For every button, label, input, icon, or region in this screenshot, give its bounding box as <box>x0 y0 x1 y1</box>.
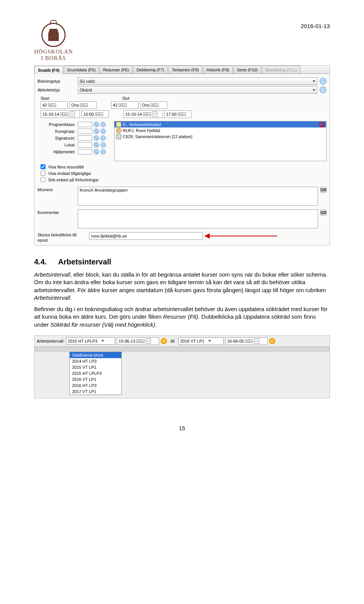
interval-from-dropdown[interactable]: 2015 HT LPLP3 <box>66 337 115 345</box>
option-checkbox-row[interactable]: Visa endast tillgängliga <box>39 170 326 176</box>
start-header: Start <box>41 96 49 101</box>
calendar-icon[interactable]: 12 <box>254 338 259 344</box>
paragraph-1: Arbetsintervall, eller block, kan du stä… <box>34 271 330 302</box>
resource-search-input[interactable] <box>78 135 92 141</box>
section-heading: 4.4. Arbetsintervall <box>34 257 330 267</box>
start-week-spin[interactable]: 42+− <box>41 101 68 109</box>
aktivitetstyp-value: Okänd <box>80 88 92 92</box>
tab-best-llning-f11-: Beställning (F11) <box>262 66 300 74</box>
resource-item[interactable]: C628, Sammanträdesrum [12 platser] <box>115 134 326 140</box>
option-checkbox-label: Sök enbart på förkortningar <box>48 178 99 182</box>
interval-option[interactable]: 2015 VT LP1 <box>70 364 121 370</box>
email-label: Skicka bekräftelse till epost <box>38 232 87 243</box>
slut-date-spin[interactable]: 15-10-14+−12 <box>123 110 163 118</box>
aktivitetstyp-browse-button[interactable]: ⋯ <box>320 87 326 93</box>
resource-search-input[interactable] <box>78 149 92 154</box>
resource-browse-button[interactable]: ⋯ <box>100 149 106 154</box>
resource-browse-button[interactable]: ⋯ <box>100 135 106 141</box>
interval-option[interactable]: 2016 HT LP3 <box>70 382 121 389</box>
interval-option[interactable]: 2015 HT LPLP3 <box>70 370 121 376</box>
slut-dayname-spin[interactable]: Ons+− <box>140 101 167 109</box>
kommentar-label: Kommentar <box>38 209 75 228</box>
paragraph-2: Befinner du dig i en bokningsdialog och … <box>34 305 330 329</box>
tab-grunddata-f5-[interactable]: Grunddata (F5) <box>64 66 99 74</box>
interval-dropdown-list[interactable]: Odefinierat block2014 HT LP32015 VT LP12… <box>69 352 122 395</box>
resource-browse-button[interactable]: ⋯ <box>100 122 106 127</box>
tab-resurser-f6-[interactable]: Resurser (F6) <box>100 66 132 74</box>
resource-list[interactable]: 6-, VerksamhetsstödRUFJ, Rune FjelldalC6… <box>114 121 326 161</box>
tab-tentamen-f8-[interactable]: Tentamen (F8) <box>168 66 202 74</box>
resource-browse-button[interactable]: ⋯ <box>100 142 106 148</box>
resource-search-input[interactable] <box>78 129 92 134</box>
chevron-down-icon <box>312 80 315 82</box>
tab-historik-f9-[interactable]: Historik (F9) <box>203 66 233 74</box>
moment-label: Moment <box>38 187 75 206</box>
option-checkbox-row[interactable]: Visa flera resursfält <box>39 164 326 170</box>
interval-to-dropdown[interactable]: 2016 VT LP1 <box>178 337 224 345</box>
section-number: 4.4. <box>34 257 47 267</box>
resource-search-column: 🔍⋯🔍⋯🔍⋯🔍⋯🔍⋯ <box>78 121 112 161</box>
resource-item[interactable]: RUFJ, Rune Fjelldal <box>115 127 326 134</box>
resource-search-button[interactable]: 🔍 <box>94 129 99 134</box>
option-checkbox-label: Visa endast tillgängliga <box>48 171 91 176</box>
resource-search-button[interactable]: 🔍 <box>94 135 99 141</box>
logo-text-2: I BORÅS <box>41 55 66 61</box>
sun-icon[interactable] <box>269 338 275 344</box>
start-time-spin[interactable]: 10:00+− <box>82 110 109 118</box>
university-logo: HÖGSKOLAN I BORÅS <box>34 23 73 61</box>
interval-option[interactable]: Odefinierat block <box>70 352 121 358</box>
tab-snabb-f4-[interactable]: Snabb (F4) <box>35 66 63 74</box>
option-checkbox[interactable] <box>41 164 46 169</box>
resource-label: Kursgrupp: <box>38 128 75 135</box>
slut-week-spin[interactable]: 42+− <box>111 101 138 109</box>
calendar-icon[interactable]: 12 <box>69 112 75 117</box>
option-checkbox[interactable] <box>41 177 46 182</box>
start-dayname-spin[interactable]: Ons+− <box>69 101 97 109</box>
resource-search-row: 🔍⋯ <box>78 148 112 155</box>
calendar-icon[interactable]: 12 <box>152 112 157 117</box>
user-icon <box>116 128 121 133</box>
option-checkbox-row[interactable]: Sök enbart på förkortningar <box>39 176 326 183</box>
resource-search-button[interactable]: 🔍 <box>94 149 99 154</box>
tab-strip: Snabb (F4)Grunddata (F5)Resurser (F6)Deb… <box>35 66 329 74</box>
interval-option[interactable]: 2017 VT LP1 <box>70 389 121 395</box>
bokningstyp-value: (Ej vald) <box>80 79 95 83</box>
resource-item[interactable]: 6-, Verksamhetsstöd <box>115 121 326 127</box>
kommentar-keyboard-icon[interactable]: ⌨ <box>320 209 326 215</box>
resource-search-button[interactable]: 🔍 <box>94 142 99 148</box>
interval-option[interactable]: 2016 VT LP1 <box>70 376 121 382</box>
resource-item-text: 6-, Verksamhetsstöd <box>123 122 161 127</box>
resource-search-input[interactable] <box>78 122 92 127</box>
tab-debitering-f7-[interactable]: Debitering (F7) <box>133 66 168 74</box>
sun-icon[interactable] <box>161 338 167 344</box>
interval-option[interactable]: 2014 HT LP3 <box>70 358 121 364</box>
email-input[interactable] <box>89 232 203 240</box>
resource-search-row: 🔍⋯ <box>78 128 112 135</box>
resource-label: Programklass: <box>38 121 75 128</box>
resource-search-button[interactable]: 🔍 <box>94 122 99 127</box>
resource-search-input[interactable] <box>78 142 92 148</box>
forbidden-icon <box>319 122 325 127</box>
resource-browse-button[interactable]: ⋯ <box>100 129 106 134</box>
bokningstyp-browse-button[interactable]: ⋯ <box>320 78 326 85</box>
logo-text-1: HÖGSKOLAN <box>34 49 73 55</box>
options-checkboxes: Visa flera resursfältVisa endast tillgän… <box>39 164 326 183</box>
slut-time-spin[interactable]: 17:00+− <box>164 110 191 118</box>
kommentar-textarea[interactable] <box>78 209 318 228</box>
option-checkbox[interactable] <box>41 171 46 176</box>
resource-search-row: 🔍⋯ <box>78 121 112 128</box>
moment-keyboard-icon[interactable]: ⌨ <box>320 187 326 193</box>
till-label: till <box>171 339 174 343</box>
bokningstyp-dropdown[interactable]: (Ej vald) <box>78 77 317 85</box>
interval-from-date[interactable]: 15-06-13+−12 <box>117 337 159 345</box>
aktivitetstyp-dropdown[interactable]: Okänd <box>78 86 317 94</box>
tab-serie-f10-[interactable]: Serie (F10) <box>234 66 261 74</box>
moment-textarea[interactable]: KronoX Användargruppen <box>78 187 318 206</box>
interval-to-date[interactable]: 16-06-05+−12 <box>225 337 268 345</box>
bokningstyp-label: Bokningstyp <box>38 79 75 83</box>
document-date: 2016-01-13 <box>301 23 330 29</box>
calendar-icon[interactable]: 12 <box>146 338 151 344</box>
start-date-spin[interactable]: 15-10-14+−12 <box>41 110 80 118</box>
resource-item-text: C628, Sammanträdesrum [12 platser] <box>123 134 192 139</box>
annotation-arrow <box>205 232 281 240</box>
